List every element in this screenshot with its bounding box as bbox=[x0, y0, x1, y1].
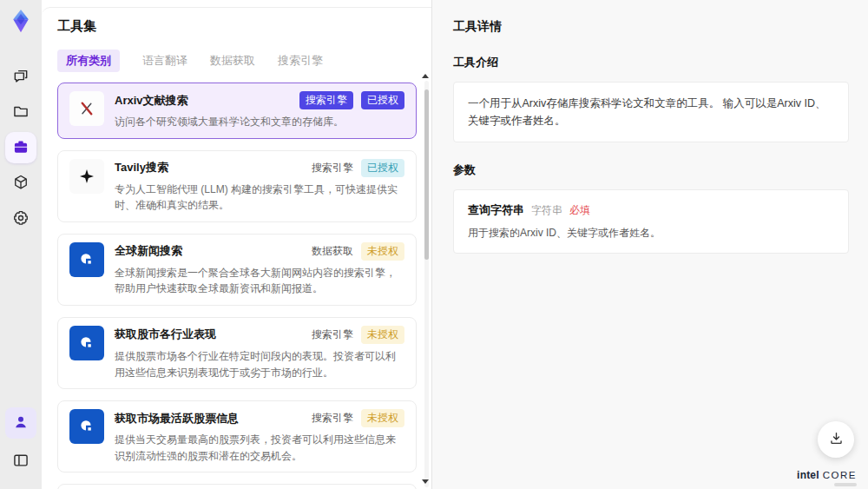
category-badge: 搜索引擎 bbox=[312, 411, 353, 426]
nav-collapse-panel-button[interactable] bbox=[5, 446, 36, 477]
status-badge: 已授权 bbox=[361, 159, 404, 177]
tool-description: 提供股票市场各个行业在特定时间段内的表现。投资者可以利用这些信息来识别表现优于或… bbox=[115, 348, 404, 380]
nav-account-button[interactable] bbox=[5, 407, 36, 439]
status-badge: 已授权 bbox=[361, 91, 404, 109]
diamond-logo-icon bbox=[8, 8, 34, 34]
gear-icon bbox=[12, 209, 30, 229]
chat-icon bbox=[12, 67, 30, 87]
tool-detail-panel: 工具详情 工具介绍 一个用于从Arxiv存储库搜索科学论文和文章的工具。 输入可… bbox=[431, 0, 868, 489]
rail-bottom bbox=[5, 407, 36, 477]
folder-icon bbox=[12, 102, 30, 122]
list-scrollbar[interactable] bbox=[424, 81, 429, 487]
sparkle-star-icon bbox=[69, 159, 104, 194]
intel-core-logo-accent bbox=[834, 483, 857, 486]
category-badge: 数据获取 bbox=[312, 244, 353, 259]
tool-card-regional-news[interactable]: 万维地区新闻查询 搜索引擎 未授权 查询具体行政区划内的新闻，快速了解各地新闻动 bbox=[57, 484, 417, 489]
status-badge: 未授权 bbox=[361, 409, 404, 427]
tool-description: 提供当天交易量最高的股票列表，投资者可以利用这些信息来识别流动性强的股票和潜在的… bbox=[115, 432, 404, 464]
news-globe-icon bbox=[69, 409, 104, 444]
intro-text: 一个用于从Arxiv存储库搜索科学论文和文章的工具。 输入可以是Arxiv ID… bbox=[468, 95, 834, 129]
tool-description: 访问各个研究领域大量科学论文和文章的存储库。 bbox=[115, 114, 404, 130]
tool-name: 全球新闻搜索 bbox=[115, 243, 182, 259]
app-logo[interactable] bbox=[7, 7, 35, 35]
tool-card-most-active-stocks[interactable]: 获取市场最活跃股票信息 搜索引擎 未授权 提供当天交易量最高的股票列表，投资者可… bbox=[57, 400, 417, 472]
arxiv-logo-icon bbox=[69, 91, 104, 126]
detail-title: 工具详情 bbox=[453, 19, 849, 35]
tool-description: 全球新闻搜索是一个聚合全球各大新闻网站内容的搜索引擎，帮助用户快速获取全球最新资… bbox=[115, 265, 404, 297]
download-button[interactable] bbox=[818, 421, 854, 458]
status-badge: 未授权 bbox=[361, 326, 404, 344]
tab-search-engine[interactable]: 搜索引擎 bbox=[278, 50, 323, 72]
rail-nav bbox=[5, 61, 36, 235]
tool-list: Arxiv文献搜索 搜索引擎 已授权 访问各个研究领域大量科学论文和文章的存储库… bbox=[57, 83, 417, 489]
news-globe-icon bbox=[69, 326, 104, 360]
scrollbar-thumb[interactable] bbox=[424, 89, 429, 260]
nav-tools-button[interactable] bbox=[5, 132, 36, 163]
category-tabs: 所有类别 语言翻译 数据获取 搜索引擎 bbox=[57, 50, 417, 72]
param-type: 字符串 bbox=[531, 203, 562, 218]
tab-data-fetching[interactable]: 数据获取 bbox=[210, 50, 255, 72]
param-description: 用于搜索的Arxiv ID、关键字或作者姓名。 bbox=[468, 226, 834, 241]
param-required-badge: 必填 bbox=[569, 203, 590, 218]
tool-card-arxiv[interactable]: Arxiv文献搜索 搜索引擎 已授权 访问各个研究领域大量科学论文和文章的存储库… bbox=[57, 83, 417, 139]
param-box: 查询字符串 字符串 必填 用于搜索的Arxiv ID、关键字或作者姓名。 bbox=[453, 189, 849, 254]
category-badge: 搜索引擎 bbox=[299, 91, 353, 109]
category-badge: 搜索引擎 bbox=[312, 161, 353, 175]
app-window: 工具集 所有类别 语言翻译 数据获取 搜索引擎 Arxiv文献搜索 bbox=[0, 0, 868, 489]
tool-name: 获取股市各行业表现 bbox=[115, 327, 216, 342]
intro-box: 一个用于从Arxiv存储库搜索科学论文和文章的工具。 输入可以是Arxiv ID… bbox=[453, 82, 849, 142]
params-heading: 参数 bbox=[453, 162, 849, 178]
tab-all-categories[interactable]: 所有类别 bbox=[57, 50, 120, 72]
news-globe-icon bbox=[69, 242, 104, 277]
scroll-down-arrow-icon[interactable] bbox=[422, 479, 429, 484]
category-badge: 搜索引擎 bbox=[312, 327, 353, 342]
briefcase-icon bbox=[12, 138, 30, 158]
nav-files-button[interactable] bbox=[5, 96, 36, 128]
tool-description: 专为人工智能代理 (LLM) 构建的搜索引擎工具，可快速提供实时、准确和真实的结… bbox=[115, 182, 404, 214]
status-badge: 未授权 bbox=[361, 242, 404, 261]
tool-name: Tavily搜索 bbox=[115, 160, 168, 175]
sidebar-panel-icon bbox=[12, 452, 30, 472]
tool-card-global-news[interactable]: 全球新闻搜索 数据获取 未授权 全球新闻搜索是一个聚合全球各大新闻网站内容的搜索… bbox=[57, 234, 417, 306]
nav-models-button[interactable] bbox=[5, 168, 36, 199]
nav-chat-button[interactable] bbox=[5, 61, 36, 92]
tool-card-tavily[interactable]: Tavily搜索 搜索引擎 已授权 专为人工智能代理 (LLM) 构建的搜索引擎… bbox=[57, 150, 417, 222]
tool-name: 获取市场最活跃股票信息 bbox=[115, 411, 239, 426]
intro-heading: 工具介绍 bbox=[453, 55, 849, 70]
param-name: 查询字符串 bbox=[468, 202, 524, 218]
scroll-up-arrow-icon[interactable] bbox=[422, 74, 429, 78]
cube-icon bbox=[12, 174, 30, 194]
page-title: 工具集 bbox=[57, 18, 417, 35]
tools-panel: 工具集 所有类别 语言翻译 数据获取 搜索引擎 Arxiv文献搜索 bbox=[42, 7, 431, 489]
tool-card-sector-performance[interactable]: 获取股市各行业表现 搜索引擎 未授权 提供股票市场各个行业在特定时间段内的表现。… bbox=[57, 317, 417, 389]
intel-core-logo: intelCORE bbox=[797, 469, 857, 481]
download-icon bbox=[828, 430, 845, 449]
tool-name: Arxiv文献搜索 bbox=[115, 93, 188, 109]
nav-rail bbox=[0, 0, 42, 489]
user-icon bbox=[12, 413, 30, 433]
nav-settings-button[interactable] bbox=[5, 203, 36, 235]
tab-language-translation[interactable]: 语言翻译 bbox=[142, 50, 187, 72]
